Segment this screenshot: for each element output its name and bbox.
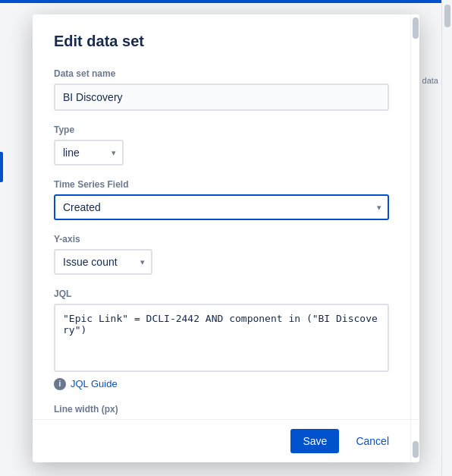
info-icon: i: [54, 378, 66, 390]
dataset-name-input[interactable]: [54, 84, 389, 111]
time-series-select[interactable]: Created Updated Resolved Due Date: [54, 194, 389, 220]
modal-body: Data set name Type line bar area column …: [33, 62, 419, 419]
modal-title: Edit data set: [54, 33, 398, 50]
line-width-group: Line width (px): [54, 404, 389, 419]
yaxis-select[interactable]: Issue count Story points Estimate: [54, 249, 152, 275]
jql-guide-row: i JQL Guide: [54, 378, 389, 390]
dataset-name-group: Data set name: [54, 68, 389, 111]
cancel-button[interactable]: Cancel: [347, 429, 398, 453]
time-series-select-wrapper: Created Updated Resolved Due Date ▾: [54, 194, 389, 220]
type-group: Type line bar area column ▾: [54, 125, 389, 165]
modal-footer: Save Cancel: [33, 419, 419, 462]
save-button[interactable]: Save: [290, 429, 339, 453]
line-width-label: Line width (px): [54, 404, 389, 415]
type-select-wrapper: line bar area column ▾: [54, 140, 124, 165]
jql-guide-link[interactable]: JQL Guide: [71, 378, 118, 389]
background-label-hint: data: [422, 76, 438, 85]
dataset-name-label: Data set name: [54, 68, 389, 79]
jql-textarea[interactable]: "Epic Link" = DCLI-2442 AND component in…: [54, 304, 389, 372]
scroll-thumb-top: [413, 17, 419, 39]
yaxis-select-wrapper: Issue count Story points Estimate ▾: [54, 249, 152, 275]
type-select[interactable]: line bar area column: [54, 140, 124, 165]
type-label: Type: [54, 125, 389, 135]
yaxis-group: Y-axis Issue count Story points Estimate…: [54, 234, 389, 275]
yaxis-label: Y-axis: [54, 234, 389, 244]
time-series-group: Time Series Field Created Updated Resolv…: [54, 179, 389, 220]
time-series-label: Time Series Field: [54, 179, 389, 190]
scroll-thumb-bottom: [413, 441, 419, 458]
overlay: data Edit data set Data set name Type: [0, 0, 452, 476]
jql-label: JQL: [54, 288, 389, 299]
edit-dataset-modal: Edit data set Data set name Type line ba…: [33, 14, 419, 462]
page-scroll-thumb: [444, 5, 450, 27]
modal-scrollbar[interactable]: [410, 14, 419, 462]
page-scrollbar[interactable]: [441, 0, 452, 476]
modal-header: Edit data set: [33, 14, 419, 62]
jql-group: JQL "Epic Link" = DCLI-2442 AND componen…: [54, 288, 389, 390]
left-edge-accent: [0, 152, 3, 182]
